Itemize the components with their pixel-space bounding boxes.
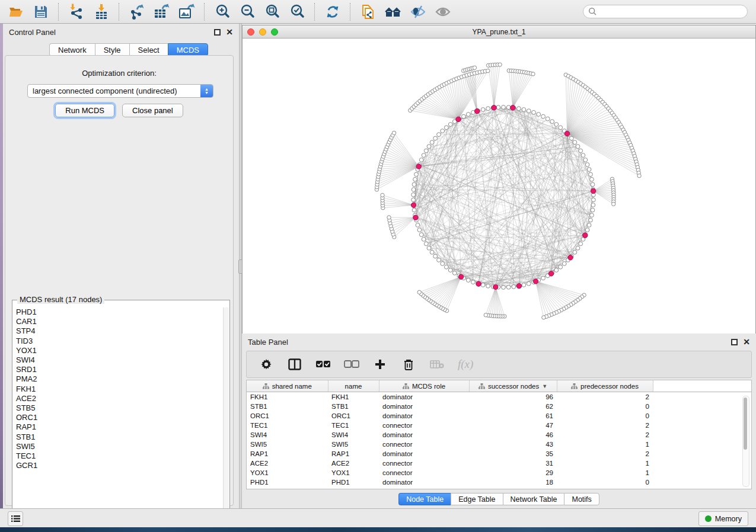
network-node[interactable]: [387, 216, 391, 219]
network-node[interactable]: [414, 172, 419, 177]
show-column-icon[interactable]: [287, 357, 302, 372]
tab-mcds[interactable]: MCDS: [168, 43, 208, 56]
run-mcds-button[interactable]: Run MCDS: [55, 104, 114, 117]
network-node[interactable]: [417, 228, 422, 232]
network-node[interactable]: [392, 131, 395, 134]
close-table-panel-icon[interactable]: ✕: [743, 339, 750, 345]
network-node[interactable]: [437, 258, 441, 262]
column-header-shared-name[interactable]: shared name: [247, 380, 328, 392]
network-node[interactable]: [585, 163, 589, 167]
criterion-dropdown[interactable]: largest connected component (undirected)…: [27, 84, 213, 98]
table-scrollbar[interactable]: [742, 396, 749, 487]
network-node[interactable]: [486, 284, 490, 288]
network-node[interactable]: [541, 276, 546, 280]
network-node[interactable]: [424, 149, 428, 153]
network-node[interactable]: [412, 182, 416, 187]
mcds-node-item[interactable]: ACE2: [16, 394, 224, 403]
maximize-window-icon[interactable]: [271, 28, 278, 36]
mcds-node-item[interactable]: RAP1: [16, 422, 224, 432]
network-node[interactable]: [570, 136, 574, 140]
mcds-node-item[interactable]: STB5: [16, 403, 224, 413]
mcds-hub-node[interactable]: [458, 274, 463, 279]
close-panel-button[interactable]: Close panel: [122, 104, 183, 117]
table-row[interactable]: ACE2ACE2connector311: [247, 459, 751, 468]
nested-network-icon[interactable]: [383, 3, 403, 21]
tab-style[interactable]: Style: [95, 43, 129, 56]
mcds-node-item[interactable]: SRD1: [16, 365, 224, 374]
mcds-hub-node[interactable]: [416, 164, 421, 169]
select-all-icon[interactable]: [315, 357, 331, 372]
column-header-name[interactable]: name: [328, 380, 379, 392]
network-node[interactable]: [441, 129, 445, 133]
network-node[interactable]: [430, 140, 434, 145]
network-canvas[interactable]: [243, 39, 755, 334]
mcds-hub-node[interactable]: [568, 255, 573, 260]
mcds-node-item[interactable]: TEC1: [16, 451, 224, 461]
network-node[interactable]: [437, 133, 441, 137]
network-node[interactable]: [413, 177, 417, 181]
network-node[interactable]: [589, 172, 593, 177]
mcds-node-item[interactable]: STB1: [16, 432, 224, 442]
network-node[interactable]: [590, 177, 594, 181]
mcds-hub-node[interactable]: [583, 233, 588, 238]
network-node[interactable]: [554, 268, 559, 273]
network-node[interactable]: [419, 233, 423, 237]
mcds-hub-node[interactable]: [533, 279, 538, 284]
mcds-node-item[interactable]: GCR1: [16, 461, 224, 470]
network-node[interactable]: [496, 105, 500, 110]
network-node[interactable]: [591, 182, 595, 187]
network-node[interactable]: [481, 283, 485, 287]
network-node[interactable]: [466, 113, 470, 117]
tab-network-table[interactable]: Network Table: [503, 493, 564, 505]
save-session-icon[interactable]: [31, 3, 51, 21]
network-node[interactable]: [417, 290, 421, 294]
network-node[interactable]: [502, 105, 506, 110]
network-node[interactable]: [444, 126, 448, 130]
network-node[interactable]: [486, 107, 490, 111]
network-node[interactable]: [412, 193, 416, 197]
mcds-hub-node[interactable]: [456, 117, 461, 121]
add-column-icon[interactable]: [372, 357, 388, 372]
table-row[interactable]: YOX1YOX1connector291: [247, 468, 751, 477]
network-node[interactable]: [589, 218, 593, 222]
mcds-list-scrollbar[interactable]: [223, 307, 229, 520]
open-file-icon[interactable]: [6, 3, 26, 21]
network-node[interactable]: [481, 108, 485, 112]
network-node[interactable]: [527, 281, 531, 286]
table-scrollbar-thumb[interactable]: [744, 398, 747, 450]
search-input[interactable]: [597, 7, 736, 17]
network-node[interactable]: [502, 286, 506, 290]
network-node[interactable]: [517, 107, 521, 111]
mcds-hub-node[interactable]: [564, 131, 569, 136]
mcds-hub-node[interactable]: [492, 105, 496, 110]
tab-motifs[interactable]: Motifs: [564, 493, 599, 505]
export-image-icon[interactable]: [177, 3, 197, 21]
network-node[interactable]: [531, 72, 535, 76]
network-node[interactable]: [466, 278, 470, 283]
mcds-node-item[interactable]: YOX1: [16, 346, 224, 355]
mcds-hub-node[interactable]: [411, 203, 416, 207]
mcds-node-item[interactable]: ORC1: [16, 413, 224, 422]
table-row[interactable]: SWI5SWI5connector431: [247, 440, 751, 449]
tab-select[interactable]: Select: [129, 43, 168, 56]
network-node[interactable]: [506, 285, 511, 289]
network-graph[interactable]: [243, 39, 755, 334]
network-node[interactable]: [473, 66, 476, 69]
network-node[interactable]: [448, 123, 452, 127]
delete-column-icon[interactable]: [401, 357, 416, 372]
import-table-icon[interactable]: [91, 3, 111, 21]
network-node[interactable]: [412, 188, 416, 192]
mcds-node-item[interactable]: STP4: [16, 326, 224, 336]
network-node[interactable]: [433, 136, 438, 140]
network-node[interactable]: [559, 126, 563, 130]
network-node[interactable]: [484, 313, 487, 317]
export-network-icon[interactable]: [127, 3, 147, 21]
float-panel-icon[interactable]: [214, 29, 221, 36]
network-node[interactable]: [381, 193, 384, 197]
network-node[interactable]: [585, 228, 589, 232]
network-node[interactable]: [581, 153, 585, 158]
network-node[interactable]: [522, 108, 526, 112]
network-node[interactable]: [550, 120, 554, 124]
search-box[interactable]: [583, 5, 748, 18]
network-node[interactable]: [587, 223, 591, 227]
